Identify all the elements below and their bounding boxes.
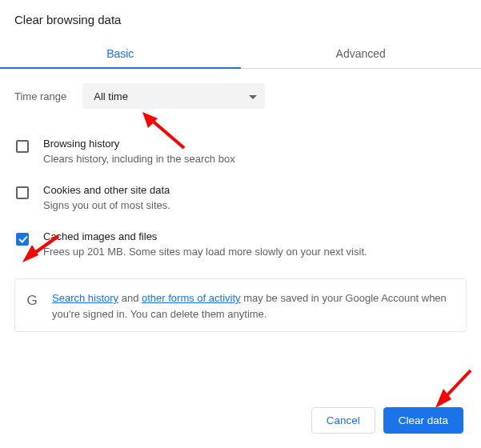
chevron-down-icon (249, 90, 257, 102)
tab-bar: Basic Advanced (0, 38, 481, 69)
option-sub: Frees up 201 MB. Some sites may load mor… (43, 246, 467, 258)
option-cached: Cached images and files Frees up 201 MB.… (14, 230, 467, 277)
time-range-value: All time (94, 90, 128, 102)
option-cookies: Cookies and other site data Signs you ou… (14, 184, 467, 230)
info-text: Search history and other forms of activi… (52, 290, 455, 322)
annotation-arrow-icon (431, 366, 475, 410)
link-search-history[interactable]: Search history (52, 292, 118, 304)
clear-data-button[interactable]: Clear data (383, 407, 463, 434)
option-title: Cached images and files (43, 230, 467, 242)
option-title: Cookies and other site data (43, 184, 467, 196)
checkbox-cookies[interactable] (16, 186, 29, 199)
google-logo-icon: G (23, 290, 41, 322)
svg-marker-5 (435, 389, 451, 408)
time-range-label: Time range (14, 90, 66, 102)
tab-advanced[interactable]: Advanced (241, 38, 482, 68)
link-other-activity[interactable]: other forms of activity (142, 292, 241, 304)
dialog-title: Clear browsing data (14, 13, 467, 26)
time-range-row: Time range All time (14, 83, 467, 109)
option-sub: Signs you out of most sites. (43, 199, 467, 211)
cancel-button[interactable]: Cancel (311, 407, 375, 434)
checkbox-browsing-history[interactable] (16, 140, 29, 153)
google-account-info: G Search history and other forms of acti… (14, 278, 467, 332)
option-browsing-history: Browsing history Clears history, includi… (14, 138, 467, 184)
time-range-select[interactable]: All time (82, 83, 265, 109)
option-sub: Clears history, including in the search … (43, 153, 467, 165)
svg-line-4 (443, 370, 471, 400)
checkbox-cached[interactable] (16, 233, 29, 246)
option-title: Browsing history (43, 138, 467, 150)
dialog-footer: Cancel Clear data (311, 407, 463, 434)
tab-basic[interactable]: Basic (0, 38, 241, 68)
